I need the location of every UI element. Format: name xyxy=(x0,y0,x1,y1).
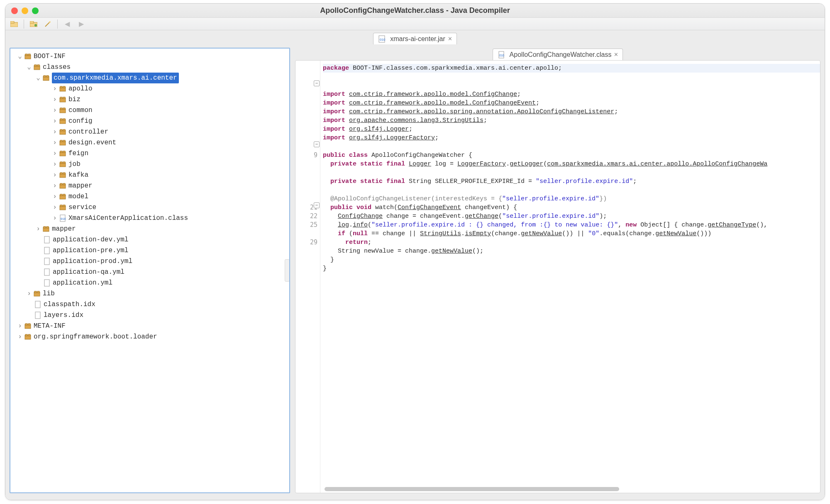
svg-rect-50 xyxy=(63,194,65,196)
code-editor[interactable]: package BOOT-INF.classes.com.sparkxmedia… xyxy=(320,61,820,493)
jar-tab-row: 010 xmars-ai-center.jar ✕ xyxy=(5,30,825,44)
tree-label: common xyxy=(68,105,93,116)
sash-handle[interactable] xyxy=(285,259,290,282)
svg-rect-29 xyxy=(63,119,65,120)
back-icon[interactable]: ◀ xyxy=(63,19,72,29)
editor-container: − − 9 − 21 22 25 29 package xyxy=(295,60,820,493)
svg-rect-35 xyxy=(63,140,65,142)
svg-rect-13 xyxy=(34,65,37,66)
tree-node-classes[interactable]: ⌄classes xyxy=(13,62,287,73)
svg-rect-63 xyxy=(44,280,49,286)
svg-rect-16 xyxy=(44,75,46,77)
tree-node-pkg[interactable]: ›config xyxy=(13,116,287,127)
tree-node-pkg[interactable]: ›apollo xyxy=(13,83,287,94)
code-text: (); xyxy=(472,248,483,255)
tree-label: application-dev.yml xyxy=(53,234,128,245)
tree-node-class-file[interactable]: ›010XmarsAiCenterApplication.class xyxy=(13,213,287,224)
window-title: ApolloConfigChangeWatcher.class - Java D… xyxy=(5,6,825,15)
svg-rect-26 xyxy=(63,108,65,110)
tree-label: layers.idx xyxy=(44,310,83,321)
svg-rect-38 xyxy=(63,151,65,153)
open-folder-icon[interactable] xyxy=(29,19,38,29)
svg-rect-31 xyxy=(60,129,62,131)
code-text: @ApolloConfigChangeListener xyxy=(323,195,431,202)
svg-rect-73 xyxy=(25,334,27,336)
tree-node-boot-inf[interactable]: ⌄BOOT-INF xyxy=(13,51,287,62)
tree-node-yml[interactable]: application-prod.yml xyxy=(13,256,287,267)
code-text: == change || xyxy=(368,230,420,237)
code-text: isEmpty xyxy=(465,230,491,237)
package-icon xyxy=(59,95,67,104)
tree-node-meta-inf[interactable]: ›META-INF xyxy=(13,321,287,331)
tree-node-pkg[interactable]: ›model xyxy=(13,191,287,202)
code-text: import xyxy=(323,91,345,98)
close-icon[interactable]: ✕ xyxy=(614,51,618,58)
code-text: String SELLER_PROFILE_EXPIRE_Id = xyxy=(405,178,536,185)
code-text: public void xyxy=(323,204,371,211)
package-icon xyxy=(59,182,67,190)
package-explorer[interactable]: ⌄BOOT-INF ⌄classes ⌄com.sparkxmedia.xmar… xyxy=(10,48,290,493)
tree-node-yml[interactable]: application-qa.yml xyxy=(13,267,287,278)
code-text: "0" xyxy=(588,230,599,237)
tree-node-pkg[interactable]: ›biz xyxy=(13,94,287,105)
code-text: com.ctrip.framework.apollo.spring.annota… xyxy=(349,108,614,115)
tree-node-pkg[interactable]: ›kafka xyxy=(13,170,287,180)
tree-node-pkg[interactable]: ›job xyxy=(13,159,287,170)
code-text: com.sparkxmedia.xmars.ai.center.apollo.A… xyxy=(547,161,767,168)
file-icon xyxy=(34,311,42,319)
code-text: "seller.profile.expire.id : {} changed, … xyxy=(371,222,618,229)
jar-file-icon: 010 xyxy=(378,35,386,43)
fold-toggle-icon[interactable]: − xyxy=(314,141,320,147)
tree-node-pkg[interactable]: ›design.event xyxy=(13,137,287,148)
tree-node-file[interactable]: classpath.idx xyxy=(13,299,287,310)
package-icon xyxy=(59,139,67,147)
tree-label: controller xyxy=(68,127,108,137)
tree-node-yml[interactable]: application.yml xyxy=(13,278,287,288)
tree-node-lib[interactable]: ›lib xyxy=(13,288,287,299)
tree-label: model xyxy=(68,191,88,202)
svg-rect-62 xyxy=(44,269,49,275)
code-text: BOOT-INF.classes.com.sparkxmedia.xmars.a… xyxy=(349,65,562,72)
code-text: change = changeEvent. xyxy=(383,213,465,220)
tree-node-selected-pkg[interactable]: ⌄com.sparkxmedia.xmars.ai.center xyxy=(13,73,287,83)
scrollbar-thumb[interactable] xyxy=(325,487,619,491)
editor-tab[interactable]: 010 ApolloConfigChangeWatcher.class ✕ xyxy=(493,49,623,60)
svg-rect-23 xyxy=(63,97,65,99)
tree-label: classes xyxy=(43,62,71,73)
open-file-icon[interactable] xyxy=(10,19,19,29)
tree-node-pkg[interactable]: ›mapper xyxy=(13,180,287,191)
fold-toggle-icon[interactable]: − xyxy=(314,202,320,208)
tree-node-springboot[interactable]: ›org.springframework.boot.loader xyxy=(13,331,287,342)
svg-rect-14 xyxy=(37,65,39,66)
code-text: private static final xyxy=(323,161,405,168)
svg-rect-52 xyxy=(60,205,62,207)
tree-node-pkg[interactable]: ›controller xyxy=(13,127,287,137)
file-icon xyxy=(43,257,51,265)
forward-icon[interactable]: ▶ xyxy=(77,19,86,29)
tree-node-pkg[interactable]: ›service xyxy=(13,202,287,213)
code-text xyxy=(323,213,338,220)
svg-rect-43 xyxy=(60,173,62,174)
wand-icon[interactable] xyxy=(43,19,52,29)
code-text: getLogger xyxy=(510,161,543,168)
tree-node-yml[interactable]: application-pre.yml xyxy=(13,245,287,256)
tree-node-file[interactable]: layers.idx xyxy=(13,310,287,321)
svg-rect-3 xyxy=(30,21,34,23)
code-text xyxy=(345,91,349,98)
code-text xyxy=(405,161,409,168)
close-icon[interactable]: ✕ xyxy=(448,36,452,42)
tree-node-yml[interactable]: application-dev.yml xyxy=(13,234,287,245)
code-text: ; xyxy=(633,178,637,185)
code-text: ()) || xyxy=(562,230,588,237)
code-text: } xyxy=(323,256,334,263)
svg-rect-1 xyxy=(10,21,14,23)
tree-node-mapper2[interactable]: ›mapper xyxy=(13,224,287,234)
file-icon xyxy=(43,246,51,255)
tree-node-pkg[interactable]: ›common xyxy=(13,105,287,116)
tree-label: apollo xyxy=(68,83,93,94)
jar-tab[interactable]: 010 xmars-ai-center.jar ✕ xyxy=(373,33,456,44)
tree-node-pkg[interactable]: ›feign xyxy=(13,148,287,159)
horizontal-scrollbar[interactable] xyxy=(325,487,816,491)
fold-toggle-icon[interactable]: − xyxy=(314,80,320,86)
code-text: "seller.profile.expire.id" xyxy=(502,195,599,202)
